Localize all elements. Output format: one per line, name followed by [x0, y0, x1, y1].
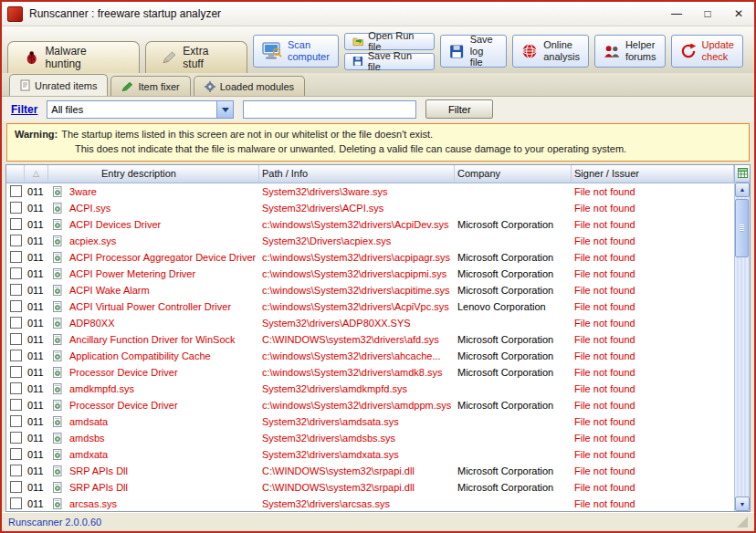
vertical-scrollbar[interactable]: ▲ ▼ — [734, 183, 750, 511]
header-path-info[interactable]: Path / Info — [259, 165, 455, 183]
path-info: c:\windows\System32\drivers\AcpiDev.sys — [259, 219, 455, 230]
header-checkbox-column[interactable] — [6, 165, 25, 183]
scrollbar-thumb[interactable] — [735, 199, 749, 257]
table-row[interactable]: 011 ACPI Devices Driver c:\windows\Syste… — [6, 216, 734, 233]
row-checkbox[interactable] — [10, 333, 22, 345]
table-row[interactable]: 011 ACPI Virtual Power Controller Driver… — [6, 298, 734, 315]
save-run-label: Save Run file — [368, 50, 427, 72]
table-row[interactable]: 011 acpiex.sys System32\Drivers\acpiex.s… — [6, 233, 734, 249]
row-checkbox[interactable] — [10, 432, 22, 444]
path-info: System32\drivers\arcsas.sys — [259, 498, 455, 509]
table-row[interactable]: 011 amdsata System32\drivers\amdsata.sys… — [6, 413, 734, 430]
row-checkbox[interactable] — [10, 497, 22, 509]
update-check-button[interactable]: Updatecheck — [671, 35, 743, 68]
entry-description: Ancillary Function Driver for WinSock — [67, 334, 259, 345]
subtab-item-fixer[interactable]: Item fixer — [110, 76, 190, 96]
table-row[interactable]: 011 amdxata System32\drivers\amdxata.sys… — [6, 446, 734, 463]
company: Microsoft Corporation — [455, 268, 572, 279]
row-checkbox[interactable] — [10, 218, 22, 230]
subtab-unrated-items[interactable]: Unrated items — [9, 74, 108, 96]
warning-line1: The startup items listed in this screen … — [61, 129, 433, 140]
save-log-line2: log file — [470, 46, 484, 68]
row-checkbox[interactable] — [10, 202, 22, 214]
column-options-button[interactable] — [734, 165, 750, 183]
row-checkbox[interactable] — [10, 399, 22, 411]
scan-computer-button[interactable]: Scancomputer — [253, 35, 339, 68]
row-checkbox[interactable] — [10, 448, 22, 460]
row-number: 011 — [25, 383, 48, 394]
dropdown-arrow-icon[interactable] — [216, 101, 233, 118]
filter-link[interactable]: Filter — [11, 103, 37, 116]
row-checkbox[interactable] — [10, 317, 22, 329]
driver-file-icon — [52, 219, 63, 230]
page-icon — [20, 79, 30, 91]
table-row[interactable]: 011 amdsbs System32\drivers\amdsbs.sys F… — [6, 430, 734, 446]
subtab-loaded-modules[interactable]: Loaded modules — [194, 76, 305, 96]
open-run-file-button[interactable]: Open Run file — [344, 33, 435, 50]
tab-extra-stuff[interactable]: Extra stuff — [145, 41, 247, 73]
filter-button[interactable]: Filter — [425, 99, 493, 119]
header-company[interactable]: Company — [455, 165, 572, 183]
row-checkbox[interactable] — [10, 415, 22, 427]
header-entry-description[interactable]: Entry description — [48, 165, 259, 183]
path-info: C:\WINDOWS\system32\srpapi.dll — [259, 465, 455, 476]
entry-description: 3ware — [67, 186, 259, 197]
resize-grip[interactable] — [737, 517, 748, 528]
header-sort-column[interactable]: △ — [25, 165, 48, 183]
table-row[interactable]: 011 ACPI Processor Aggregator Device Dri… — [6, 249, 734, 266]
row-checkbox[interactable] — [10, 481, 22, 493]
table-row[interactable]: 011 Application Compatibility Cache c:\w… — [6, 348, 734, 364]
table-row[interactable]: 011 ACPI.sys System32\drivers\ACPI.sys F… — [6, 200, 734, 216]
helper-forums-button[interactable]: Helperforums — [594, 35, 666, 68]
save-run-file-button[interactable]: Save Run file — [344, 53, 435, 70]
row-checkbox[interactable] — [10, 300, 22, 312]
save-log-icon — [449, 44, 464, 59]
row-checkbox[interactable] — [10, 382, 22, 394]
row-checkbox[interactable] — [10, 251, 22, 263]
table-row[interactable]: 011 ADP80XX System32\drivers\ADP80XX.SYS… — [6, 315, 734, 331]
online-line1: Online — [543, 39, 572, 50]
row-checkbox[interactable] — [10, 366, 22, 378]
table-row[interactable]: 011 amdkmpfd.sys System32\drivers\amdkmp… — [6, 381, 734, 397]
warning-box: Warning:The startup items listed in this… — [6, 123, 750, 162]
scroll-down-button[interactable]: ▼ — [735, 496, 750, 511]
row-checkbox[interactable] — [10, 350, 22, 361]
save-log-file-button[interactable]: Savelog file — [440, 35, 507, 68]
row-checkbox[interactable] — [10, 185, 22, 197]
table-row[interactable]: 011 arcsas.sys System32\drivers\arcsas.s… — [6, 496, 734, 511]
signer-issuer: File not found — [572, 383, 734, 394]
maximize-button[interactable]: □ — [692, 3, 723, 25]
update-arrows-icon — [680, 43, 697, 59]
close-button[interactable]: ✕ — [723, 3, 754, 25]
window-title: Runscanner : freeware startup analyzer — [29, 7, 661, 20]
table-row[interactable]: 011 Processor Device Driver c:\windows\S… — [6, 364, 734, 381]
floppy-icon — [352, 56, 363, 67]
row-checkbox[interactable] — [10, 267, 22, 279]
signer-issuer: File not found — [572, 219, 734, 230]
tab-malware-hunting[interactable]: Malware hunting — [7, 41, 140, 73]
row-checkbox[interactable] — [10, 235, 22, 246]
filter-text-input[interactable] — [243, 100, 416, 119]
online-analysis-button[interactable]: Onlineanalysis — [512, 35, 589, 68]
row-checkbox[interactable] — [10, 284, 22, 296]
row-checkbox[interactable] — [10, 465, 22, 476]
table-row[interactable]: 011 ACPI Power Metering Driver c:\window… — [6, 266, 734, 282]
table-row[interactable]: 011 Processor Device Driver c:\windows\S… — [6, 397, 734, 413]
table-row[interactable]: 011 SRP APIs Dll C:\WINDOWS\system32\srp… — [6, 479, 734, 496]
entry-description: SRP APIs Dll — [67, 465, 259, 476]
company: Microsoft Corporation — [455, 350, 572, 361]
minimize-button[interactable]: — — [661, 3, 692, 25]
filter-dropdown-value: All files — [47, 104, 216, 115]
table-row[interactable]: 011 Ancillary Function Driver for WinSoc… — [6, 331, 734, 348]
entry-description: Processor Device Driver — [67, 400, 259, 411]
table-row[interactable]: 011 3ware System32\drivers\3ware.sys Fil… — [6, 183, 734, 200]
scroll-up-button[interactable]: ▲ — [735, 183, 750, 197]
filter-dropdown[interactable]: All files — [47, 100, 234, 119]
table-row[interactable]: 011 SRP APIs Dll C:\WINDOWS\system32\srp… — [6, 463, 734, 479]
path-info: c:\windows\System32\drivers\acpitime.sys — [259, 285, 455, 296]
header-signer-issuer[interactable]: Signer / Issuer — [572, 165, 734, 183]
table-row[interactable]: 011 ACPI Wake Alarm c:\windows\System32\… — [6, 282, 734, 298]
driver-file-icon — [52, 498, 63, 509]
forums-line1: Helper — [625, 39, 655, 50]
scrollbar-track[interactable] — [735, 197, 750, 496]
